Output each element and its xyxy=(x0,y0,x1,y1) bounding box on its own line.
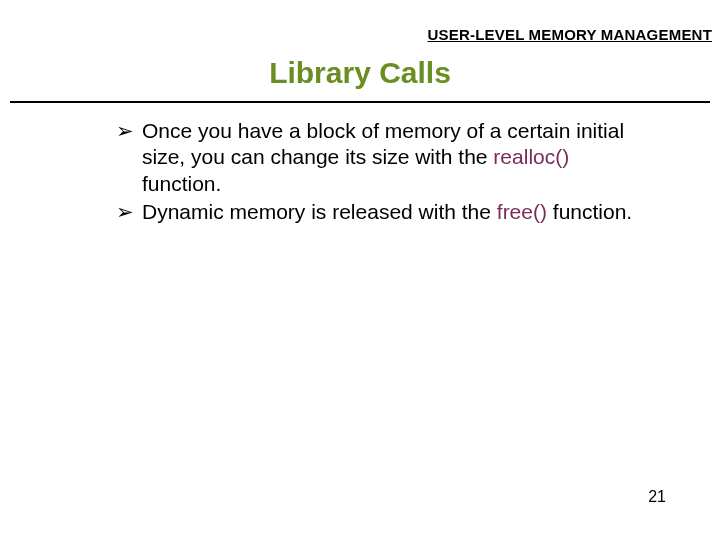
bullet-text: Once you have a block of memory of a cer… xyxy=(142,118,640,197)
chevron-right-icon: ➢ xyxy=(116,118,134,144)
chevron-right-icon: ➢ xyxy=(116,199,134,225)
list-item: ➢ Once you have a block of memory of a c… xyxy=(116,118,640,197)
code-function: free() xyxy=(497,200,547,223)
list-item: ➢ Dynamic memory is released with the fr… xyxy=(116,199,640,225)
bullet-post: function. xyxy=(142,172,221,195)
bullet-text: Dynamic memory is released with the free… xyxy=(142,199,640,225)
bullet-list: ➢ Once you have a block of memory of a c… xyxy=(116,118,640,227)
title-underline-rule xyxy=(10,101,710,103)
section-topic: USER-LEVEL MEMORY MANAGEMENT xyxy=(427,26,712,43)
bullet-post: function. xyxy=(547,200,632,223)
code-function: realloc() xyxy=(493,145,569,168)
bullet-pre: Dynamic memory is released with the xyxy=(142,200,497,223)
page-title: Library Calls xyxy=(0,56,720,90)
page-number: 21 xyxy=(648,488,666,506)
